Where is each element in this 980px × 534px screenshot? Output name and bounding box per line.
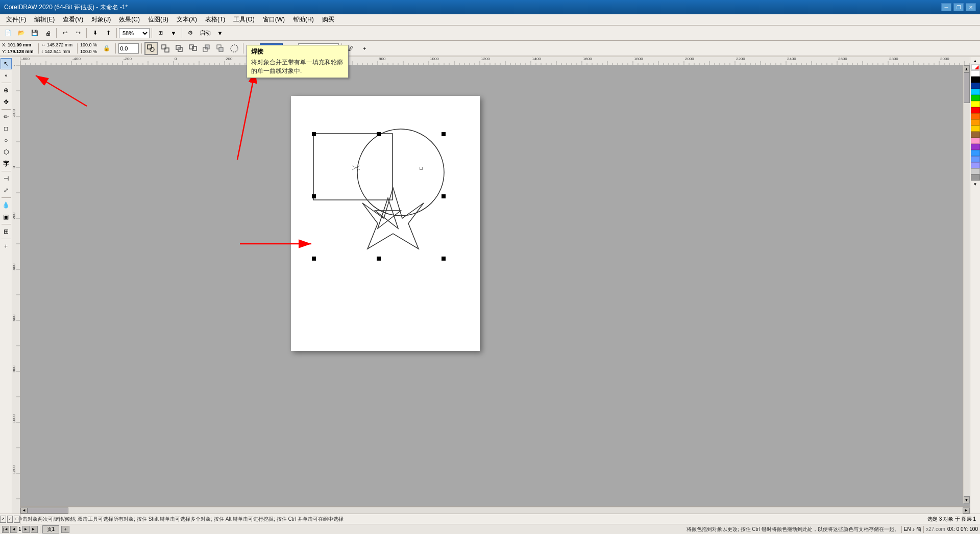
boundary-btn[interactable] — [228, 42, 240, 55]
scroll-v-track[interactable] — [964, 72, 970, 496]
tool-pointer[interactable]: ↖ — [1, 58, 12, 69]
page-next-btn[interactable]: ► — [22, 526, 30, 533]
new-btn[interactable]: 📄 — [2, 27, 14, 39]
scroll-left-btn[interactable]: ◄ — [20, 507, 28, 514]
import-btn[interactable]: ⬇ — [89, 27, 101, 39]
add-node-btn[interactable]: + — [358, 42, 371, 55]
handle-bc[interactable] — [377, 257, 381, 261]
swatch-brown[interactable] — [971, 132, 980, 138]
save-btn[interactable]: 💾 — [29, 27, 41, 39]
open-btn[interactable]: 📂 — [15, 27, 28, 39]
menu-text[interactable]: 文本(X) — [173, 14, 201, 25]
tool-polygon[interactable]: ⬡ — [1, 146, 12, 158]
scroll-down-btn[interactable]: ▼ — [964, 496, 970, 503]
swatch-cyan[interactable] — [971, 89, 980, 95]
swatch-gray2[interactable] — [971, 174, 980, 181]
page-prev-btn[interactable]: ◄ — [10, 526, 17, 533]
tool-fill[interactable]: ▣ — [1, 211, 12, 222]
menu-edit[interactable]: 编辑(E) — [30, 14, 59, 25]
tool-add[interactable]: + — [1, 241, 12, 252]
palette-up[interactable]: ▲ — [971, 57, 980, 64]
swatch-blue1[interactable] — [971, 83, 980, 89]
menu-tools[interactable]: 工具(O) — [229, 14, 258, 25]
print-btn[interactable]: 🖨 — [42, 27, 54, 39]
no-fill-swatch[interactable] — [971, 64, 980, 70]
restore-button[interactable]: ❐ — [953, 3, 964, 11]
handle-br[interactable] — [442, 257, 446, 261]
swatch-black[interactable] — [971, 77, 980, 83]
menu-buy[interactable]: 购买 — [318, 14, 338, 25]
tool-ellipse[interactable]: ○ — [1, 135, 12, 146]
angle-input[interactable] — [118, 43, 139, 54]
workspace[interactable] — [20, 65, 970, 524]
undo-btn[interactable]: ↩ — [59, 27, 71, 39]
page-first-btn[interactable]: |◄ — [2, 526, 9, 533]
startup-dropdown[interactable]: ▼ — [214, 27, 226, 39]
tool-zoom[interactable]: ⊕ — [1, 85, 12, 96]
swatch-blue3[interactable] — [971, 156, 980, 162]
menu-table[interactable]: 表格(T) — [201, 14, 229, 25]
swatch-orange1[interactable] — [971, 113, 980, 119]
gear-icon[interactable]: ⚙ — [184, 27, 197, 39]
close-button[interactable]: ✕ — [966, 3, 976, 11]
swatch-orange2[interactable] — [971, 119, 980, 125]
scroll-v-thumb[interactable] — [964, 72, 970, 103]
handle-mr[interactable] — [442, 194, 446, 198]
menu-object[interactable]: 对象(J) — [87, 14, 115, 25]
page-last-btn[interactable]: ►| — [31, 526, 38, 533]
front-minus-back-btn[interactable] — [201, 42, 213, 55]
scrollbar-vertical[interactable]: ▲ ▼ — [963, 65, 970, 503]
menu-effects[interactable]: 效果(C) — [115, 14, 144, 25]
menu-bitmap[interactable]: 位图(B) — [144, 14, 173, 25]
tool-text[interactable]: 字 — [1, 158, 12, 169]
snap-options[interactable]: ▼ — [167, 27, 180, 39]
tool-node[interactable]: ⋄ — [1, 70, 12, 81]
swatch-red[interactable] — [971, 107, 980, 113]
handle-tc[interactable] — [377, 132, 381, 136]
lock-ratio-btn[interactable]: 🔒 — [101, 42, 113, 55]
swatch-gray1[interactable] — [971, 168, 980, 174]
swatch-yellow[interactable] — [971, 101, 980, 107]
menu-file[interactable]: 文件(F) — [2, 14, 30, 25]
scroll-h-thumb[interactable] — [28, 507, 68, 514]
tool-freehand[interactable]: ✏ — [1, 111, 12, 122]
swatch-purple[interactable] — [971, 144, 980, 150]
handle-tr[interactable] — [442, 132, 446, 136]
minimize-button[interactable]: ─ — [941, 3, 951, 11]
tool-connector[interactable]: ⤢ — [1, 185, 12, 196]
export-btn[interactable]: ⬆ — [102, 27, 114, 39]
menu-window[interactable]: 窗口(W) — [259, 14, 289, 25]
page-add-btn[interactable]: + — [61, 526, 69, 533]
palette-down[interactable]: ▼ — [971, 181, 980, 188]
redo-btn[interactable]: ↪ — [72, 27, 84, 39]
weld-btn[interactable] — [144, 42, 158, 55]
handle-bl[interactable] — [312, 257, 316, 261]
tool-rectangle[interactable]: □ — [1, 123, 12, 134]
zoom-dropdown[interactable]: 58% — [119, 28, 150, 38]
tool-pan[interactable]: ✥ — [1, 96, 12, 108]
grid-toggle[interactable]: ⁄ — [7, 516, 13, 523]
handle-tl[interactable] — [312, 132, 316, 136]
tool-eyedropper[interactable]: 💧 — [1, 199, 12, 211]
tool-transform[interactable]: ⊞ — [1, 226, 12, 237]
intersect-btn[interactable] — [173, 42, 185, 55]
scrollbar-horizontal[interactable]: ◄ ► — [20, 506, 970, 514]
scroll-h-track[interactable] — [28, 507, 963, 514]
swatch-green[interactable] — [971, 95, 980, 101]
scroll-up-btn[interactable]: ▲ — [964, 65, 970, 72]
back-minus-front-btn[interactable] — [214, 42, 227, 55]
snap-btn[interactable]: ⊞ — [154, 27, 166, 39]
menu-view[interactable]: 查看(V) — [59, 14, 87, 25]
handle-ml[interactable] — [312, 194, 316, 198]
guide-toggle[interactable]: □ — [14, 516, 20, 523]
trim-btn[interactable] — [159, 42, 172, 55]
simplify-btn[interactable] — [187, 42, 199, 55]
swatch-pink[interactable] — [971, 138, 980, 144]
swatch-blue2[interactable] — [971, 150, 980, 156]
menu-help[interactable]: 帮助(H) — [289, 14, 318, 25]
swatch-blue4[interactable] — [971, 162, 980, 168]
snap-toggle[interactable]: ↗ — [0, 516, 6, 523]
swatch-white[interactable] — [971, 70, 980, 77]
tool-dimension[interactable]: ⊣ — [1, 173, 12, 184]
swatch-orange3[interactable] — [971, 125, 980, 132]
